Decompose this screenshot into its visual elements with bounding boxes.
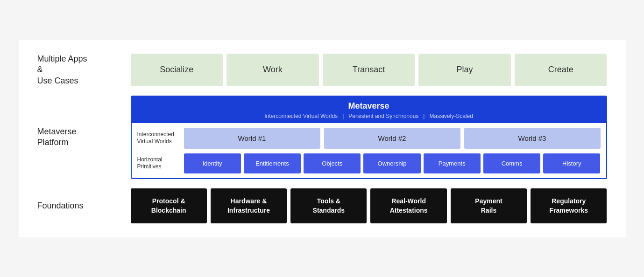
platform-header: Metaverse Interconnected Virtual Worlds … [132,97,606,123]
primitives-section: HorizontalPrimitives IdentityEntitlement… [137,153,601,173]
diagram: Multiple Apps&Use Cases SocializeWorkTra… [19,40,626,237]
foundations-row: Foundations Protocol &BlockchainHardware… [37,188,607,223]
platform-body: InterconnectedVirtual Worlds World #1Wor… [132,123,606,178]
platform-subtitle: Interconnected Virtual Worlds | Persiste… [136,113,602,119]
subtitle-part-1: Interconnected Virtual Worlds [264,113,338,119]
platform-title: Metaverse [136,101,602,111]
primitive-cell: Entitlements [244,153,301,173]
worlds-section: InterconnectedVirtual Worlds World #1Wor… [137,128,601,149]
foundation-cell: Real-WorldAttestations [370,188,446,223]
foundation-cell: RegulatoryFrameworks [531,188,607,223]
foundation-cell: PaymentRails [451,188,527,223]
apps-row: Multiple Apps&Use Cases SocializeWorkTra… [37,54,607,86]
primitive-cell: Ownership [363,153,420,173]
app-cell: Play [418,54,511,86]
foundations-cells: Protocol &BlockchainHardware &Infrastruc… [131,188,607,223]
apps-cells: SocializeWorkTransactPlayCreate [131,54,607,86]
subtitle-part-3: Massively-Scaled [429,113,473,119]
apps-label: Multiple Apps&Use Cases [37,54,131,86]
platform-box: Metaverse Interconnected Virtual Worlds … [131,96,607,179]
foundation-cell: Tools &Standards [290,188,367,223]
world-cell: World #1 [184,128,320,149]
platform-row: MetaversePlatform Metaverse Interconnect… [37,96,607,179]
primitive-cell: Comms [483,153,540,173]
app-cell: Transact [323,54,415,86]
worlds-cells: World #1World #2World #3 [184,128,601,149]
primitives-label: HorizontalPrimitives [137,156,179,171]
platform-label: MetaversePlatform [37,96,131,179]
foundation-cell: Hardware &Infrastructure [211,188,287,223]
primitive-cell: History [543,153,600,173]
foundation-cell: Protocol &Blockchain [131,188,207,223]
world-cell: World #3 [464,128,601,149]
primitive-cell: Identity [184,153,241,173]
worlds-label: InterconnectedVirtual Worlds [137,131,179,145]
app-cell: Create [515,54,607,86]
primitive-cell: Objects [304,153,361,173]
world-cell: World #2 [324,128,460,149]
app-cell: Socialize [131,54,223,86]
foundations-label: Foundations [37,188,131,223]
primitive-cell: Payments [424,153,481,173]
app-cell: Work [226,54,319,86]
subtitle-part-2: Persistent and Synchronous [348,113,418,119]
primitives-cells: IdentityEntitlementsObjectsOwnershipPaym… [184,153,601,173]
